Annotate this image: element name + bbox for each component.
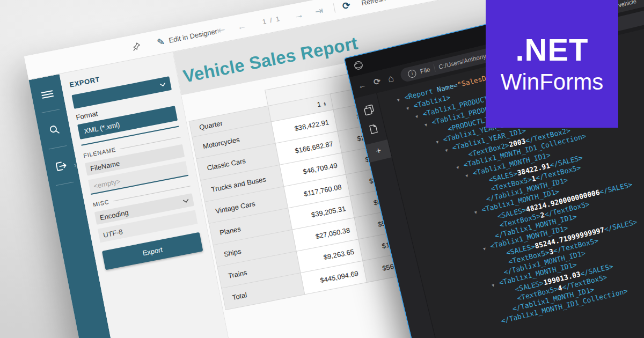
dotnet-winforms-badge: .NET WinForms — [486, 0, 618, 128]
chevron-down-icon — [182, 199, 189, 203]
edit-in-designer-label: Edit in Designer — [168, 27, 218, 44]
chevron-down-icon — [159, 82, 166, 87]
collapse-arrow-spacer — [500, 255, 507, 257]
collapse-arrow-spacer — [510, 301, 518, 303]
format-value: XML (*.xml) — [83, 120, 120, 135]
menu-button[interactable] — [41, 89, 54, 100]
prev-page-icon: ← — [236, 20, 248, 33]
export-nav-button[interactable]: › — [54, 159, 69, 173]
collapse-arrow-spacer — [493, 228, 500, 230]
collapse-arrow-spacer — [484, 192, 492, 193]
rail-divider — [56, 182, 74, 186]
toolbar-separator — [332, 0, 336, 20]
collapse-arrow-spacer — [462, 157, 469, 159]
collapse-arrow-spacer — [479, 202, 487, 203]
back-button[interactable]: ← — [357, 80, 367, 91]
hamburger-icon — [41, 89, 54, 100]
refresh-button[interactable]: ⟳ — [340, 0, 353, 18]
tab-activity-icon[interactable] — [352, 59, 365, 72]
last-page-icon: ⇥ — [314, 4, 324, 17]
collapse-arrow-spacer — [488, 238, 496, 240]
filename-placeholder: <empty> — [93, 177, 121, 190]
refresh-icon: ⟳ — [341, 0, 352, 12]
export-icon — [54, 159, 69, 173]
tab-stack-icon[interactable] — [363, 104, 375, 116]
rail-divider — [42, 109, 60, 113]
next-page-icon: → — [293, 9, 305, 21]
plus-icon: + — [375, 145, 382, 157]
address-scheme-label: File — [420, 66, 431, 75]
browser-tab-label: vehicle — [618, 0, 637, 9]
search-button[interactable] — [47, 123, 61, 137]
collapse-arrow-spacer — [506, 311, 513, 313]
filename-section-label: FILENAME — [83, 146, 116, 159]
home-button[interactable]: ⌂ — [387, 73, 395, 84]
collapse-arrow-spacer — [494, 324, 502, 325]
info-icon: i — [407, 69, 417, 78]
new-tab-button[interactable]: + — [365, 139, 392, 163]
prev-page-button[interactable]: ← — [235, 13, 249, 39]
rail-divider — [49, 145, 67, 149]
pin-button[interactable] — [129, 34, 143, 59]
first-page-icon: ⇤ — [216, 24, 226, 36]
page-indicator: 1 / 1 — [260, 7, 283, 34]
next-page-button[interactable]: → — [292, 3, 306, 28]
browser-refresh-button[interactable]: ⟳ — [372, 77, 382, 87]
encoding-label: Encoding — [99, 208, 129, 222]
search-icon — [47, 123, 61, 137]
collapse-arrow-spacer — [508, 292, 516, 293]
collapse-arrow-spacer — [441, 131, 449, 133]
encoding-value: UTF-8 — [103, 227, 123, 239]
winforms-logo-text: WinForms — [501, 71, 603, 93]
address-separator — [433, 64, 435, 72]
collapse-arrow-spacer — [502, 264, 509, 266]
misc-section-label: MISC — [92, 199, 109, 208]
page-tab-icon[interactable] — [368, 123, 378, 135]
last-page-button[interactable]: ⇥ — [313, 0, 325, 24]
collapse-arrow-spacer — [491, 219, 498, 221]
filename-label: FileName — [90, 159, 120, 172]
stage: ✎ Edit in Designer ⇤ ← 1 / 1 → ⇥ ⟳ — [0, 0, 644, 338]
pencil-icon: ✎ — [156, 35, 166, 48]
pin-icon — [131, 41, 142, 52]
sort-icon[interactable]: ▲▼ — [323, 101, 326, 106]
collapse-arrow-spacer — [497, 275, 504, 276]
dotnet-logo-text: .NET — [515, 34, 588, 65]
collapse-arrow-spacer — [482, 182, 489, 184]
